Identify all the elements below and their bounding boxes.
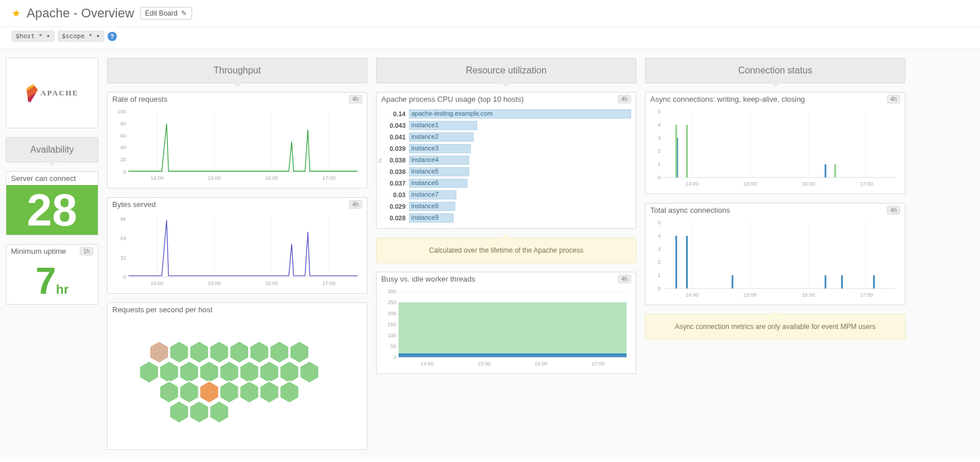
hex-cell[interactable] (290, 341, 309, 363)
hex-cell[interactable] (300, 361, 319, 383)
hex-cell[interactable] (240, 381, 259, 403)
hex-cell[interactable] (190, 341, 209, 363)
svg-text:16:00: 16:00 (802, 181, 815, 187)
svg-text:16:00: 16:00 (535, 361, 548, 367)
host-row[interactable]: 0.03instance7 (381, 189, 631, 201)
edit-board-button[interactable]: Edit Board ✎ (140, 7, 192, 20)
hex-cell[interactable] (209, 341, 229, 363)
rate-chart[interactable]: Rate of requests 4h 02040608010014:0015:… (107, 92, 367, 189)
svg-rect-47 (399, 353, 627, 357)
uptime-tile[interactable]: Minimum uptime 1h 7hr (6, 244, 98, 305)
svg-rect-46 (399, 302, 627, 357)
svg-text:16:00: 16:00 (802, 292, 815, 298)
hex-cell[interactable] (160, 361, 179, 383)
hex-cell[interactable] (200, 381, 219, 403)
svg-text:14:00: 14:00 (150, 175, 164, 181)
svg-text:16:00: 16:00 (265, 280, 278, 286)
svg-text:14:00: 14:00 (421, 361, 434, 367)
hex-cell[interactable] (260, 361, 279, 383)
hex-cell[interactable] (209, 401, 229, 423)
host-row[interactable]: 0.043instance1 (381, 120, 631, 131)
hex-cell[interactable] (220, 381, 239, 403)
svg-text:100: 100 (117, 109, 126, 114)
hex-cell[interactable] (260, 381, 279, 403)
svg-text:80: 80 (120, 121, 126, 127)
host-row[interactable]: 0.038instance4 (381, 154, 631, 166)
svg-text:15:00: 15:00 (208, 280, 221, 286)
busy-idle-chart[interactable]: Busy vs. idle worker threads 4h 05010015… (376, 272, 636, 374)
svg-rect-67 (686, 125, 688, 178)
hex-cell[interactable] (150, 341, 169, 363)
svg-text:100: 100 (388, 332, 396, 338)
group-connection: Connection status (645, 58, 905, 83)
host-row[interactable]: 0.029instance8 (381, 201, 631, 212)
svg-text:15:00: 15:00 (743, 181, 757, 187)
star-icon[interactable]: ★ (12, 7, 21, 20)
svg-text:16:00: 16:00 (265, 175, 278, 181)
hex-cell[interactable] (240, 361, 259, 383)
svg-rect-87 (824, 275, 826, 289)
hex-cell[interactable] (190, 401, 209, 423)
svg-text:4: 4 (658, 233, 661, 239)
svg-text:300: 300 (388, 289, 396, 294)
svg-text:96: 96 (120, 216, 126, 222)
svg-text:14:00: 14:00 (686, 292, 699, 298)
hex-cell[interactable] (250, 341, 269, 363)
svg-text:200: 200 (388, 311, 396, 316)
svg-text:14:00: 14:00 (686, 181, 699, 187)
svg-text:5: 5 (658, 220, 661, 226)
svg-text:250: 250 (388, 300, 396, 305)
hex-cell[interactable] (170, 401, 189, 423)
svg-text:4: 4 (658, 122, 661, 128)
hex-cell[interactable] (230, 341, 249, 363)
svg-text:15:00: 15:00 (743, 292, 757, 298)
svg-rect-65 (824, 164, 826, 178)
help-icon[interactable]: ? (108, 32, 117, 41)
apache-feather-icon (24, 83, 39, 103)
svg-rect-84 (675, 236, 677, 289)
cpu-hosts-chart[interactable]: Apache process CPU usage (top 10 hosts) … (376, 92, 636, 229)
host-row[interactable]: 0.037instance6 (381, 178, 631, 189)
svg-text:60: 60 (120, 133, 126, 139)
bytes-chart[interactable]: Bytes served 4h 032649614:0015:0016:0017… (107, 197, 367, 294)
svg-text:17:00: 17:00 (860, 292, 873, 298)
filter-scope[interactable]: $scope * ▾ (58, 31, 104, 42)
filter-host[interactable]: $host * ▾ (12, 31, 54, 42)
group-resource: Resource utilization (376, 58, 636, 83)
svg-text:40: 40 (120, 145, 126, 150)
async-detail-chart[interactable]: Async connections: writing, keep-alive, … (645, 92, 905, 194)
hex-cell[interactable] (180, 381, 199, 403)
svg-text:17:00: 17:00 (591, 361, 605, 367)
rps-hexmap[interactable]: Requests per second per host (107, 302, 367, 450)
svg-text:17:00: 17:00 (860, 181, 873, 187)
svg-text:15:00: 15:00 (477, 361, 491, 367)
hex-cell[interactable] (200, 361, 219, 383)
svg-rect-89 (873, 275, 875, 289)
host-row[interactable]: 0.039instance3 (381, 143, 631, 154)
svg-text:3: 3 (658, 246, 661, 252)
group-availability: Availability (6, 137, 98, 162)
svg-text:0: 0 (393, 354, 396, 360)
svg-text:2: 2 (658, 148, 661, 154)
hex-cell[interactable] (139, 361, 159, 383)
hex-cell[interactable] (160, 381, 179, 403)
svg-rect-66 (675, 125, 677, 178)
hex-cell[interactable] (280, 381, 299, 403)
host-row[interactable]: 0.028instance9 (381, 212, 631, 224)
svg-text:17:00: 17:00 (322, 280, 336, 286)
svg-rect-85 (686, 236, 688, 289)
svg-text:0: 0 (658, 175, 661, 180)
host-row[interactable]: 0.14apache-testing.example.com (381, 108, 631, 120)
hex-cell[interactable] (270, 341, 289, 363)
async-total-chart[interactable]: Total async connections 4h 01234514:0015… (645, 203, 905, 305)
hex-cell[interactable] (170, 341, 189, 363)
hex-cell[interactable] (220, 361, 239, 383)
svg-text:0: 0 (658, 286, 661, 291)
async-note: Async connection metrics are only availa… (645, 314, 905, 339)
hex-cell[interactable] (180, 361, 199, 383)
host-row[interactable]: 0.041instance2 (381, 131, 631, 143)
page-title: Apache - Overview (27, 6, 134, 21)
hex-cell[interactable] (280, 361, 299, 383)
host-row[interactable]: 0.038instance5 (381, 166, 631, 178)
server-connect-tile[interactable]: Server can connect 28 (6, 171, 98, 235)
